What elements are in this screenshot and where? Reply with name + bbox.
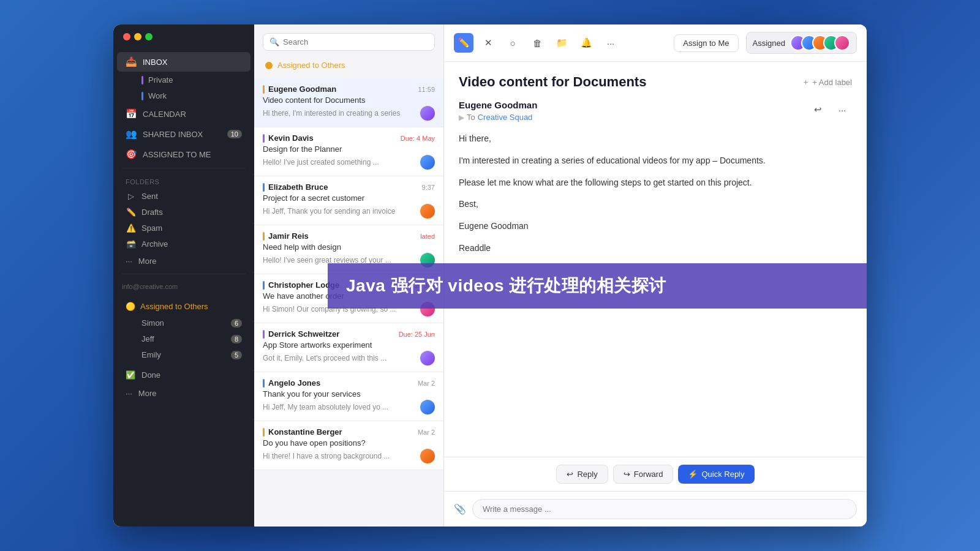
- sidebar-item-assigned-to-me[interactable]: 🎯 ASSIGNED TO ME: [117, 144, 251, 164]
- email-item-2[interactable]: Elizabeth Bruce 9:37 Project for a secre…: [254, 176, 443, 225]
- sidebar-item-more-2[interactable]: ··· More: [117, 384, 251, 402]
- email-from: Eugene Goodman: [459, 100, 537, 110]
- more-icon-1: ···: [126, 257, 132, 266]
- email-item-6[interactable]: Angelo Jones Mar 2 Thank you for your se…: [254, 372, 443, 421]
- assign-to-me-button[interactable]: Assign to Me: [674, 34, 738, 52]
- more-button[interactable]: ···: [601, 33, 620, 53]
- main-toolbar: ✏️ ✕ ○ 🗑 📁 🔔 ··· Assign to Me Assigned: [444, 24, 867, 62]
- sidebar-assigned-to-others[interactable]: 🟡 Assigned to Others: [117, 298, 251, 315]
- email-subject-2: Project for a secret customer: [263, 193, 435, 203]
- forward-button[interactable]: ↪ Forward: [613, 465, 674, 484]
- more-icon-2: ···: [126, 389, 132, 398]
- email-item-0-header: Eugene Goodman 11:59: [263, 84, 435, 94]
- sidebar-assignee-jeff[interactable]: Jeff 8: [117, 331, 251, 347]
- sidebar-nav: 📥 INBOX Private Work 📅 CALENDAR 👥 SHARED…: [113, 49, 254, 527]
- email-sign2: Eugene Goodman: [459, 219, 852, 234]
- email-footer: ↩ Reply ↪ Forward ⚡ Quick Reply: [444, 457, 867, 491]
- email-item-5[interactable]: Derrick Schweitzer Due: 25 Jun App Store…: [254, 323, 443, 372]
- sidebar-assignee-simon[interactable]: Simon 6: [117, 315, 251, 331]
- work-dot: [141, 92, 143, 100]
- forward-icon: ↪: [624, 470, 630, 479]
- email-subject-5: App Store artworks experiment: [263, 340, 435, 350]
- sender-name-0: Eugene Goodman: [268, 84, 336, 94]
- email-item-3-header: Jamir Reis lated: [263, 231, 435, 241]
- sidebar: 📥 INBOX Private Work 📅 CALENDAR 👥 SHARED…: [113, 24, 254, 527]
- avatar-1: [420, 155, 435, 170]
- sender-name-1: Kevin Davis: [268, 133, 314, 143]
- email-item-7[interactable]: Konstantine Berger Mar 2 Do you have ope…: [254, 421, 443, 470]
- inbox-icon: 📥: [126, 56, 137, 67]
- more-label-1: More: [138, 257, 157, 266]
- email-preview-0: Hi there, I'm interested in creating a s…: [263, 106, 435, 121]
- search-bar[interactable]: 🔍: [263, 33, 435, 51]
- maximize-button[interactable]: [145, 33, 153, 40]
- done-icon: ✅: [126, 370, 135, 380]
- assigned-to-others-header: Assigned to Others: [263, 57, 435, 73]
- email-preview-6: Hi Jeff, My team absolutely loved yo ...: [263, 400, 435, 414]
- sidebar-item-spam[interactable]: ⚠️ Spam: [117, 220, 251, 236]
- email-sender-6: Angelo Jones: [263, 378, 320, 388]
- sidebar-item-calendar[interactable]: 📅 CALENDAR: [117, 104, 251, 124]
- circle-button[interactable]: ○: [503, 33, 522, 53]
- assigned-badge: Assigned: [746, 32, 857, 54]
- minimize-button[interactable]: [134, 33, 141, 40]
- sidebar-assignee-emily[interactable]: Emily 5: [117, 347, 251, 362]
- sender-dot-4: [263, 281, 265, 290]
- calendar-label: CALENDAR: [143, 110, 186, 119]
- email-sign3: Readdle: [459, 241, 852, 256]
- banner-text: Java 强行对 videos 进行处理的相关探讨: [346, 276, 666, 295]
- close-button[interactable]: ✕: [478, 33, 498, 53]
- email-to-group[interactable]: Creative Squad: [478, 113, 533, 122]
- email-item-6-header: Angelo Jones Mar 2: [263, 378, 435, 388]
- bell-button[interactable]: 🔔: [576, 33, 596, 53]
- add-label-text: + Add label: [812, 78, 852, 87]
- email-subject-1: Design for the Planner: [263, 144, 435, 154]
- add-label-button[interactable]: ＋ + Add label: [802, 77, 852, 88]
- assigned-text: Assigned: [753, 39, 785, 48]
- email-time-1: Due: 4 May: [401, 135, 435, 142]
- sidebar-item-work[interactable]: Work: [117, 88, 251, 103]
- edit-button[interactable]: ✏️: [454, 33, 473, 53]
- sender-dot-2: [263, 183, 265, 192]
- assigned-to-others-section: 🟡 Assigned to Others Simon 6 Jeff 8 Emil…: [113, 295, 254, 365]
- trash-button[interactable]: 🗑: [527, 33, 547, 53]
- reply-button[interactable]: ↩ Reply: [556, 465, 608, 484]
- avatar-6: [420, 400, 435, 414]
- sidebar-item-done[interactable]: ✅ Done: [117, 366, 251, 384]
- spam-label: Spam: [141, 223, 162, 233]
- quick-reply-button[interactable]: ⚡ Quick Reply: [678, 465, 754, 484]
- archive-button[interactable]: 📁: [552, 33, 571, 53]
- reply-icon-button[interactable]: ↩: [808, 100, 827, 119]
- sidebar-item-drafts[interactable]: ✏️ Drafts: [117, 204, 251, 220]
- email-item-0[interactable]: Eugene Goodman 11:59 Video content for D…: [254, 78, 443, 127]
- email-subject-3: Need help with design: [263, 242, 435, 252]
- avatar-7: [420, 449, 435, 463]
- search-input[interactable]: [283, 37, 428, 47]
- email-item-7-header: Konstantine Berger Mar 2: [263, 427, 435, 437]
- spam-icon: ⚠️: [126, 223, 137, 233]
- sidebar-item-archive[interactable]: 🗃️ Archive: [117, 236, 251, 252]
- sidebar-item-sent[interactable]: ▷ Sent: [117, 189, 251, 204]
- avatar-0: [420, 106, 435, 121]
- sidebar-item-private[interactable]: Private: [117, 72, 251, 88]
- more-options-button[interactable]: ···: [832, 100, 852, 119]
- email-preview-5: Got it, Emily. Let's proceed with this .…: [263, 351, 435, 365]
- sidebar-item-more-1[interactable]: ··· More: [117, 252, 251, 270]
- emily-badge: 5: [231, 351, 242, 359]
- archive-label: Archive: [141, 239, 168, 249]
- message-input[interactable]: [472, 499, 857, 519]
- email-body-line1: Hi there,: [459, 132, 852, 146]
- simon-badge: 6: [231, 319, 242, 328]
- sidebar-item-inbox[interactable]: 📥 INBOX: [117, 52, 251, 72]
- sidebar-item-shared-inbox[interactable]: 👥 SHARED INBOX 10: [117, 124, 251, 144]
- email-subject-6: Thank you for your services: [263, 389, 435, 399]
- email-sender-2: Elizabeth Bruce: [263, 182, 328, 192]
- email-body: Hi there, I'm interested in creating a s…: [459, 132, 852, 256]
- close-button[interactable]: [123, 33, 130, 40]
- email-sign1: Best,: [459, 197, 852, 212]
- email-item-1[interactable]: Kevin Davis Due: 4 May Design for the Pl…: [254, 127, 443, 176]
- drafts-icon: ✏️: [126, 208, 137, 217]
- jeff-badge: 8: [231, 335, 242, 343]
- private-label: Private: [148, 75, 173, 84]
- reply-text: Reply: [577, 470, 597, 479]
